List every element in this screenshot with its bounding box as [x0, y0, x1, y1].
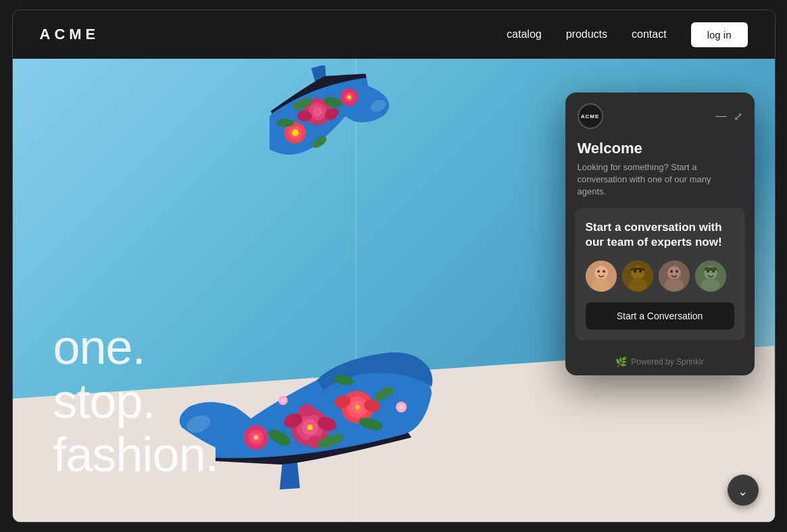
svg-point-53	[639, 270, 642, 273]
hero-section: one. stop. fashion. ACME — ⤢ Welcome Loo…	[13, 59, 775, 522]
chat-avatars	[586, 261, 734, 292]
svg-point-41	[276, 119, 294, 127]
chat-card-title: Start a conversation with our team of ex…	[586, 220, 734, 250]
svg-point-47	[597, 270, 600, 273]
hero-tagline-line3: fashion.	[53, 428, 218, 481]
svg-point-62	[701, 278, 720, 292]
svg-point-45	[594, 266, 608, 280]
hero-tagline-line2: stop.	[53, 375, 218, 428]
chat-header: ACME — ⤢	[565, 92, 755, 137]
agent-avatar-2	[622, 261, 653, 292]
chat-welcome-title: Welcome	[578, 140, 742, 157]
expand-icon[interactable]: ⤢	[734, 110, 742, 123]
login-button[interactable]: log in	[691, 22, 748, 47]
navbar: ACME catalog products contact log in	[13, 10, 775, 59]
shoe-hang-svg	[270, 65, 405, 302]
chat-header-icons: — ⤢	[716, 110, 742, 123]
svg-point-59	[676, 270, 678, 273]
chat-card: Start a conversation with our team of ex…	[575, 208, 745, 340]
svg-point-58	[670, 270, 673, 273]
nav-link-contact[interactable]: contact	[632, 28, 667, 41]
svg-point-46	[592, 278, 611, 292]
svg-point-25	[355, 405, 359, 409]
browser-frame: ACME catalog products contact log in	[12, 9, 776, 523]
svg-point-23	[281, 398, 285, 402]
nav-link-catalog[interactable]: catalog	[507, 28, 542, 41]
brand-logo: ACME	[40, 26, 100, 43]
chat-widget: ACME — ⤢ Welcome Looking for something? …	[565, 92, 755, 375]
svg-point-56	[667, 266, 681, 280]
chevron-down-icon: ⌄	[738, 485, 748, 498]
powered-by-label: Powered by Sprinklr	[631, 357, 703, 367]
chat-logo: ACME	[578, 103, 603, 129]
svg-point-24	[307, 425, 313, 430]
svg-rect-65	[705, 267, 717, 271]
chat-welcome-section: Welcome Looking for something? Start a c…	[565, 137, 755, 208]
agent-avatar-1	[586, 261, 617, 292]
svg-point-57	[665, 278, 684, 292]
agent-avatar-4	[695, 261, 726, 292]
svg-point-26	[254, 435, 258, 440]
scroll-down-button[interactable]: ⌄	[728, 475, 759, 506]
start-conversation-button[interactable]: Start a Conversation	[586, 302, 734, 329]
hero-tagline-line1: one.	[53, 321, 218, 374]
hero-tagline: one. stop. fashion.	[53, 321, 218, 481]
svg-point-48	[603, 270, 605, 273]
chat-footer: 🌿 Powered by Sprinklr	[565, 350, 755, 375]
nav-links: catalog products contact log in	[507, 22, 747, 47]
shoe-hang-container	[270, 65, 405, 302]
minimize-icon[interactable]: —	[716, 110, 727, 122]
nav-link-products[interactable]: products	[566, 28, 607, 41]
svg-point-51	[628, 278, 647, 292]
chat-welcome-subtitle: Looking for something? Start a conversat…	[578, 161, 742, 198]
sprinklr-logo-icon: 🌿	[615, 356, 627, 367]
agent-avatar-3	[659, 261, 690, 292]
svg-point-21	[399, 404, 404, 410]
svg-point-52	[634, 270, 636, 273]
